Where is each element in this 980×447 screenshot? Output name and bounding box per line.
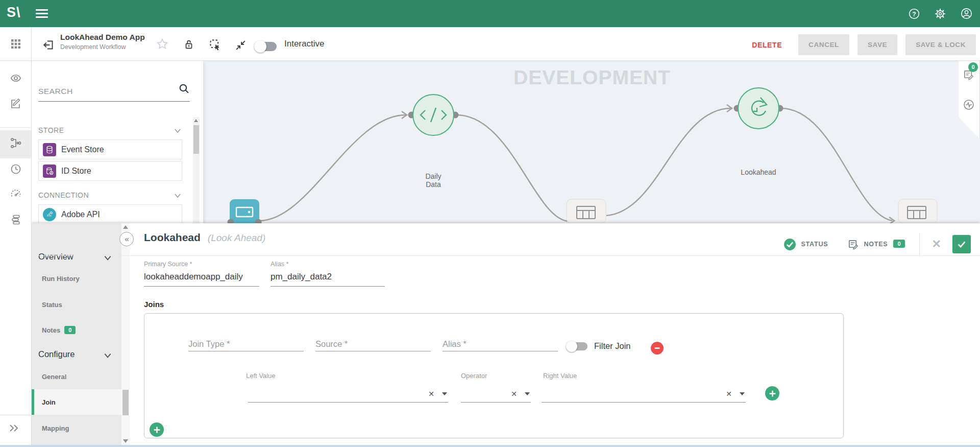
- node-library-panel: STORE Event Store: [32, 61, 203, 223]
- join-source-input[interactable]: [315, 328, 431, 351]
- connection-section-header[interactable]: CONNECTION: [38, 191, 89, 199]
- nav-item-mapping[interactable]: Mapping: [42, 425, 69, 432]
- account-icon[interactable]: [960, 7, 973, 20]
- notes-icon: [847, 239, 859, 250]
- remove-join-button[interactable]: [651, 342, 664, 355]
- database-icon: [45, 145, 54, 154]
- schedule-clock-icon[interactable]: [10, 163, 22, 175]
- svg-text:?: ?: [912, 10, 916, 17]
- header-divider: [919, 233, 920, 255]
- activity-pulse-icon[interactable]: [963, 99, 975, 111]
- nav-item-general[interactable]: General: [42, 373, 66, 381]
- library-item-adobe-api[interactable]: Adobe API: [38, 204, 182, 223]
- library-item-id-store[interactable]: ID Store: [38, 161, 182, 181]
- collapse-panel-button[interactable]: «: [119, 232, 134, 246]
- library-item-label: Adobe API: [61, 210, 100, 219]
- left-value-select[interactable]: ✕: [248, 383, 448, 403]
- cancel-button[interactable]: CANCEL: [798, 34, 849, 55]
- save-button[interactable]: SAVE: [857, 34, 897, 55]
- workflow-toolbar: LookAhead Demo App Development Workflow: [0, 27, 980, 61]
- right-value-select[interactable]: ✕: [542, 383, 746, 403]
- filter-join-label: Filter Join: [594, 341, 631, 351]
- panel-nav: Overview Run History Status Notes0 Confi…: [32, 223, 121, 447]
- joins-group-box: Filter Join Left Value Operator Right Va…: [144, 313, 844, 438]
- header-separator: [32, 255, 980, 256]
- help-icon[interactable]: ?: [908, 8, 920, 20]
- add-join-button[interactable]: [150, 422, 164, 437]
- chevron-down-icon[interactable]: [174, 193, 182, 199]
- lookahead-node[interactable]: [734, 88, 783, 129]
- notes-button[interactable]: NOTES 0: [847, 239, 904, 250]
- edit-compose-icon[interactable]: [10, 98, 22, 110]
- panel-notes-badge: 0: [893, 240, 904, 248]
- join-alias-input[interactable]: [443, 328, 558, 351]
- plus-icon: [153, 426, 161, 434]
- operator-select[interactable]: ✕: [461, 383, 531, 403]
- monitoring-gauge-icon[interactable]: [10, 188, 22, 200]
- chevron-down-icon[interactable]: [103, 352, 112, 359]
- scrollbar-thumb[interactable]: [122, 390, 129, 415]
- output-node-2[interactable]: [898, 199, 937, 223]
- check-icon: [956, 239, 967, 250]
- left-icon-rail: [0, 61, 32, 447]
- clear-icon[interactable]: ✕: [726, 390, 732, 397]
- close-panel-icon[interactable]: ✕: [932, 238, 941, 251]
- status-check-icon: [783, 238, 796, 251]
- dropdown-caret-icon[interactable]: [740, 392, 745, 395]
- status-button[interactable]: STATUS: [783, 238, 828, 251]
- marquee-select-icon[interactable]: [208, 38, 222, 52]
- nav-item-status[interactable]: Status: [42, 301, 62, 309]
- search-input[interactable]: [38, 84, 174, 101]
- view-eye-icon[interactable]: [10, 72, 22, 84]
- delete-button[interactable]: DELETE: [752, 41, 782, 49]
- plus-icon: [769, 390, 776, 397]
- favorite-star-icon[interactable]: [156, 37, 169, 51]
- adobe-analytics-icon: [45, 210, 54, 219]
- search-icon[interactable]: [178, 82, 190, 95]
- store-section-header[interactable]: STORE: [38, 126, 64, 134]
- add-condition-button[interactable]: [765, 386, 779, 401]
- alias-input[interactable]: [271, 268, 385, 287]
- apps-grid-icon[interactable]: [10, 38, 22, 50]
- join-type-input[interactable]: [188, 328, 304, 351]
- confirm-button[interactable]: [952, 235, 971, 253]
- clear-icon[interactable]: ✕: [511, 390, 517, 397]
- nav-item-run-history[interactable]: Run History: [42, 275, 80, 283]
- workflow-title: LookAhead Demo App: [60, 33, 145, 42]
- nav-section-configure[interactable]: Configure: [38, 349, 75, 359]
- minus-icon: [654, 345, 660, 351]
- output-node[interactable]: [567, 199, 606, 223]
- window-bottom-edge: [0, 445, 980, 447]
- primary-source-label: Primary Source *: [144, 261, 259, 268]
- chevron-down-icon[interactable]: [174, 128, 182, 134]
- library-item-label: ID Store: [61, 167, 91, 176]
- nav-item-join[interactable]: Join: [42, 398, 56, 406]
- nav-item-notes[interactable]: Notes0: [42, 326, 76, 335]
- panel-subtitle: (Look Ahead): [208, 232, 265, 244]
- hamburger-menu-icon[interactable]: [36, 9, 48, 18]
- unlock-icon[interactable]: [183, 38, 195, 51]
- library-item-event-store[interactable]: Event Store: [38, 139, 182, 159]
- primary-source-input[interactable]: [144, 268, 259, 287]
- compress-view-icon[interactable]: [234, 39, 247, 52]
- interactive-toggle[interactable]: [255, 41, 279, 52]
- panel-scrollbar[interactable]: [121, 223, 130, 447]
- app-header: S\ ?: [0, 0, 980, 27]
- exit-workflow-icon[interactable]: [42, 38, 55, 52]
- dropdown-caret-icon[interactable]: [525, 392, 530, 395]
- scrollbar-thumb[interactable]: [193, 125, 199, 154]
- expand-rail-icon[interactable]: [7, 422, 21, 434]
- save-and-lock-button[interactable]: SAVE & LOCK: [905, 34, 976, 55]
- daily-data-node-label: Daily Data: [408, 172, 459, 189]
- library-scrollbar[interactable]: [193, 117, 200, 223]
- settings-gear-icon[interactable]: [934, 8, 946, 20]
- app-logo[interactable]: S\: [7, 5, 21, 20]
- data-stack-icon[interactable]: [10, 214, 22, 226]
- filter-join-toggle[interactable]: [566, 340, 589, 352]
- dropdown-caret-icon[interactable]: [442, 392, 447, 395]
- daily-data-node[interactable]: [408, 95, 459, 135]
- workflow-pipeline-icon[interactable]: [10, 137, 22, 149]
- source-node[interactable]: [228, 199, 262, 223]
- nav-section-overview[interactable]: Overview: [38, 252, 74, 262]
- clear-icon[interactable]: ✕: [428, 390, 434, 397]
